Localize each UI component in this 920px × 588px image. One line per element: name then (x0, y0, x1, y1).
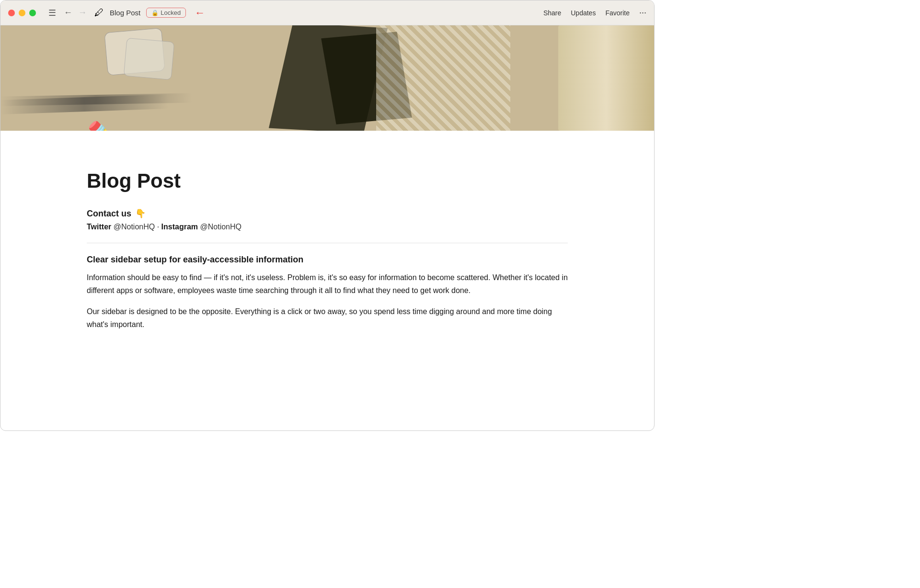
collage-cylinder (558, 25, 654, 131)
divider (87, 243, 568, 243)
instagram-label: Instagram (161, 223, 198, 231)
content-area: Blog Post Contact us 👇 Twitter @NotionHQ… (0, 131, 654, 368)
more-options-button[interactable]: ··· (639, 8, 646, 18)
close-button[interactable] (8, 10, 15, 16)
titlebar-left: ☰ ← → 🖊 Blog Post 🔒 Locked ← (8, 7, 543, 19)
instagram-handle: @NotionHQ (200, 223, 242, 231)
titlebar-page-title: Blog Post (110, 9, 140, 17)
locked-label: Locked (161, 9, 181, 16)
forward-button[interactable]: → (76, 7, 89, 19)
page-title: Blog Post (87, 169, 568, 193)
arrow-indicator: ← (195, 7, 205, 19)
hamburger-icon[interactable]: ☰ (48, 8, 56, 18)
titlebar: ☰ ← → 🖊 Blog Post 🔒 Locked ← Share Updat… (0, 0, 654, 25)
lock-icon: 🔒 (151, 10, 159, 16)
maximize-button[interactable] (29, 10, 36, 16)
titlebar-right: Share Updates Favorite ··· (543, 8, 646, 18)
contact-heading: Contact us (87, 209, 131, 219)
share-button[interactable]: Share (543, 9, 561, 17)
social-line: Twitter @NotionHQ · Instagram @NotionHQ (87, 223, 568, 231)
section1-paragraph1: Information should be easy to find — if … (87, 271, 568, 297)
favorite-button[interactable]: Favorite (605, 9, 630, 17)
traffic-lights (8, 10, 36, 16)
contact-emoji: 👇 (135, 208, 146, 219)
twitter-handle: @NotionHQ (114, 223, 155, 231)
collage-pattern (376, 25, 510, 131)
pencil-icon: 🖊 (94, 7, 104, 18)
back-button[interactable]: ← (62, 7, 74, 19)
cover-art (0, 25, 654, 131)
page-icon: ✏️ (87, 123, 130, 131)
twitter-label: Twitter (87, 223, 111, 231)
contact-line: Contact us 👇 (87, 208, 568, 219)
section1-paragraph2: Our sidebar is designed to be the opposi… (87, 305, 568, 331)
nav-arrows: ← → (62, 7, 89, 19)
locked-badge[interactable]: 🔒 Locked (146, 8, 186, 18)
social-separator: · (157, 223, 161, 231)
updates-button[interactable]: Updates (571, 9, 596, 17)
minimize-button[interactable] (19, 10, 25, 16)
section1-heading: Clear sidebar setup for easily-accessibl… (87, 255, 568, 265)
cover-image: ✏️ (0, 25, 654, 131)
collage-shape-2 (124, 38, 175, 80)
